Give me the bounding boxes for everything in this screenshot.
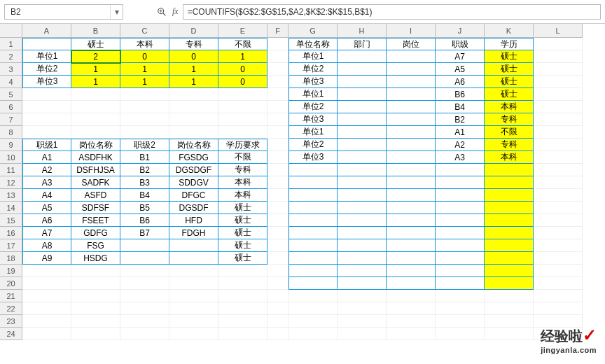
cell-K23[interactable] [485, 315, 534, 328]
cell-I19[interactable] [387, 265, 436, 277]
cell-I10[interactable] [387, 151, 436, 164]
cell-J2[interactable]: A7 [436, 50, 485, 63]
cell-C15[interactable]: B6 [120, 214, 169, 227]
cell-H3[interactable] [338, 63, 387, 76]
cell-H17[interactable] [338, 239, 387, 252]
cell-D11[interactable]: DGSDGF [169, 164, 218, 176]
row-header-15[interactable]: 15 [0, 214, 22, 227]
cell-A17[interactable]: A8 [22, 239, 71, 252]
cell-A1[interactable] [22, 38, 71, 50]
cell-A7[interactable] [22, 113, 71, 126]
fx-icon[interactable]: fx [172, 6, 179, 17]
cell-F1[interactable] [267, 38, 288, 50]
cell-K18[interactable] [485, 252, 534, 265]
cell-J19[interactable] [436, 265, 485, 277]
cell-C22[interactable] [120, 302, 169, 315]
cell-I2[interactable] [387, 50, 436, 63]
cell-I7[interactable] [387, 113, 436, 126]
cell-H2[interactable] [338, 50, 387, 63]
col-header-D[interactable]: D [169, 24, 218, 38]
cell-G6[interactable]: 单位2 [288, 101, 338, 113]
cell-K13[interactable] [485, 189, 534, 202]
cell-A22[interactable] [22, 302, 71, 315]
cell-F12[interactable] [267, 176, 288, 189]
cell-B7[interactable] [71, 113, 120, 126]
cell-B2[interactable]: 2 [71, 50, 120, 63]
cell-B11[interactable]: DSFHJSA [71, 164, 120, 176]
cell-B17[interactable]: FSG [71, 239, 120, 252]
cell-B18[interactable]: HSDG [71, 252, 120, 265]
cell-A24[interactable] [22, 328, 71, 340]
cell-D12[interactable]: SDDGV [169, 176, 218, 189]
row-header-3[interactable]: 3 [0, 63, 22, 76]
cell-C13[interactable]: B4 [120, 189, 169, 202]
cell-K20[interactable] [485, 277, 534, 290]
cell-A10[interactable]: A1 [22, 151, 71, 164]
cell-G10[interactable]: 单位3 [288, 151, 338, 164]
cell-G14[interactable] [288, 202, 338, 214]
cell-H13[interactable] [338, 189, 387, 202]
cell-L4[interactable] [534, 76, 583, 88]
cell-L13[interactable] [534, 189, 583, 202]
cell-A9[interactable]: 职级1 [22, 139, 71, 151]
cell-F21[interactable] [267, 290, 288, 302]
cell-L1[interactable] [534, 38, 583, 50]
cell-A6[interactable] [22, 101, 71, 113]
cell-D19[interactable] [169, 265, 218, 277]
cell-E21[interactable] [218, 290, 267, 302]
cell-K2[interactable]: 硕士 [485, 50, 534, 63]
cell-I12[interactable] [387, 176, 436, 189]
cell-D14[interactable]: DGSDF [169, 202, 218, 214]
row-header-22[interactable]: 22 [0, 302, 22, 315]
cell-E2[interactable]: 1 [218, 50, 267, 63]
cell-K4[interactable]: 硕士 [485, 76, 534, 88]
cell-K5[interactable]: 硕士 [485, 88, 534, 101]
row-header-16[interactable]: 16 [0, 227, 22, 239]
cell-I4[interactable] [387, 76, 436, 88]
cell-H6[interactable] [338, 101, 387, 113]
cell-C14[interactable]: B5 [120, 202, 169, 214]
cell-B15[interactable]: FSEET [71, 214, 120, 227]
cell-K9[interactable]: 专科 [485, 139, 534, 151]
cell-G15[interactable] [288, 214, 338, 227]
cell-C4[interactable]: 1 [120, 76, 169, 88]
cell-F3[interactable] [267, 63, 288, 76]
cell-E3[interactable]: 0 [218, 63, 267, 76]
cell-F18[interactable] [267, 252, 288, 265]
cell-A14[interactable]: A5 [22, 202, 71, 214]
cell-L18[interactable] [534, 252, 583, 265]
cell-L22[interactable] [534, 302, 583, 315]
cell-E20[interactable] [218, 277, 267, 290]
cell-D1[interactable]: 专科 [169, 38, 218, 50]
cell-D4[interactable]: 1 [169, 76, 218, 88]
row-header-13[interactable]: 13 [0, 189, 22, 202]
cell-F6[interactable] [267, 101, 288, 113]
cell-B22[interactable] [71, 302, 120, 315]
cell-G1[interactable]: 单位名称 [288, 38, 338, 50]
cell-A5[interactable] [22, 88, 71, 101]
col-header-B[interactable]: B [71, 24, 120, 38]
cell-I23[interactable] [387, 315, 436, 328]
cell-A18[interactable]: A9 [22, 252, 71, 265]
cell-L16[interactable] [534, 227, 583, 239]
cell-A16[interactable]: A7 [22, 227, 71, 239]
cell-G5[interactable]: 单位1 [288, 88, 338, 101]
cell-B16[interactable]: GDFG [71, 227, 120, 239]
cell-B4[interactable]: 1 [71, 76, 120, 88]
cell-D17[interactable] [169, 239, 218, 252]
cell-B1[interactable]: 硕士 [71, 38, 120, 50]
col-header-K[interactable]: K [485, 24, 534, 38]
cell-F11[interactable] [267, 164, 288, 176]
cell-H12[interactable] [338, 176, 387, 189]
cell-C24[interactable] [120, 328, 169, 340]
cell-C5[interactable] [120, 88, 169, 101]
cell-D24[interactable] [169, 328, 218, 340]
cell-L20[interactable] [534, 277, 583, 290]
cell-B24[interactable] [71, 328, 120, 340]
col-header-I[interactable]: I [387, 24, 436, 38]
cell-K24[interactable] [485, 328, 534, 340]
cell-D8[interactable] [169, 126, 218, 139]
cell-K7[interactable]: 专科 [485, 113, 534, 126]
row-header-14[interactable]: 14 [0, 202, 22, 214]
cell-K8[interactable]: 不限 [485, 126, 534, 139]
